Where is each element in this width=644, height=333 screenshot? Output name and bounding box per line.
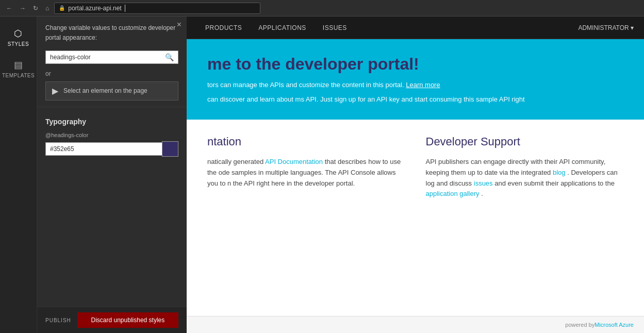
close-button[interactable]: × (177, 21, 181, 29)
footer-link[interactable]: Microsoft Azure (595, 322, 634, 328)
variable-label: @headings-color (45, 132, 178, 138)
typography-title: Typography (45, 118, 178, 126)
portal-main: ntation natically generated API Document… (187, 120, 644, 316)
portal-nav: PRODUCTS APPLICATIONS ISSUES (197, 16, 355, 39)
portal-header: PRODUCTS APPLICATIONS ISSUES ADMINISTRAT… (187, 16, 644, 39)
support-title: Developer Support (426, 135, 624, 148)
cursor (125, 5, 125, 12)
issues-link[interactable]: issues (474, 179, 493, 187)
sidebar-item-templates[interactable]: ▤ TEMPLATES (0, 53, 37, 85)
address-bar[interactable]: 🔒 portal.azure-api.net (54, 3, 260, 14)
footer-text: powered by (565, 322, 595, 328)
blog-link[interactable]: blog (553, 169, 566, 176)
lock-icon: 🔒 (59, 5, 65, 11)
main-layout: ⬡ STYLES ▤ TEMPLATES Change variable val… (0, 16, 644, 333)
panel-description: Change variable values to customize deve… (45, 24, 175, 41)
panel-header: Change variable values to customize deve… (37, 16, 187, 46)
typography-section: Typography @headings-color (37, 111, 187, 163)
hero-subtitle: tors can manage the APIs and customize t… (207, 80, 623, 90)
sidebar: ⬡ STYLES ▤ TEMPLATES (0, 16, 37, 333)
publish-label: PUBLISH (45, 318, 71, 323)
search-area: 🔍 (37, 46, 187, 68)
nav-item-products[interactable]: PRODUCTS (197, 16, 250, 39)
support-column: Developer Support API publishers can eng… (426, 135, 624, 301)
select-element-button[interactable]: ▶ Select an element on the page (45, 81, 178, 101)
styles-panel: Change variable values to customize deve… (37, 16, 187, 333)
styles-icon: ⬡ (14, 28, 23, 39)
search-box: 🔍 (45, 51, 178, 64)
admin-button[interactable]: ADMINISTRATOR ▾ (578, 24, 634, 31)
search-button[interactable]: 🔍 (161, 51, 178, 63)
forward-button[interactable]: → (18, 4, 28, 13)
discard-button[interactable]: Discard unpublished styles (77, 312, 178, 328)
hero-title: me to the developer portal! (207, 55, 623, 74)
content-area: PRODUCTS APPLICATIONS ISSUES ADMINISTRAT… (187, 16, 644, 333)
learn-more-link[interactable]: Learn more (406, 81, 440, 89)
color-input-row (45, 141, 178, 157)
home-button[interactable]: ⌂ (43, 4, 51, 13)
refresh-button[interactable]: ↻ (31, 4, 40, 13)
or-text: or (37, 68, 187, 79)
portal-footer: powered by Microsoft Azure (187, 316, 644, 333)
doc-title: ntation (207, 135, 405, 148)
back-button[interactable]: ← (4, 4, 14, 13)
sidebar-item-styles[interactable]: ⬡ STYLES (0, 22, 37, 53)
doc-text: natically generated API Documentation th… (207, 157, 405, 189)
color-value-input[interactable] (45, 142, 162, 156)
cursor-icon: ▶ (52, 86, 58, 96)
panel-bottom: PUBLISH Discard unpublished styles (37, 307, 187, 333)
search-input[interactable] (46, 52, 161, 63)
api-doc-link[interactable]: API Documentation (265, 158, 323, 165)
url-text: portal.azure-api.net (68, 5, 121, 12)
color-swatch[interactable] (162, 141, 178, 157)
nav-item-issues[interactable]: ISSUES (315, 16, 355, 39)
nav-item-applications[interactable]: APPLICATIONS (250, 16, 314, 39)
app-gallery-link[interactable]: application gallery (426, 190, 480, 197)
templates-icon: ▤ (14, 59, 23, 71)
divider (37, 107, 187, 107)
support-text: API publishers can engage directly with … (426, 157, 624, 199)
doc-column: ntation natically generated API Document… (207, 135, 405, 301)
hero-section: me to the developer portal! tors can man… (187, 39, 644, 120)
browser-chrome: ← → ↻ ⌂ 🔒 portal.azure-api.net (0, 0, 644, 16)
hero-subtitle2: can discover and learn about ms API. Jus… (207, 94, 623, 105)
